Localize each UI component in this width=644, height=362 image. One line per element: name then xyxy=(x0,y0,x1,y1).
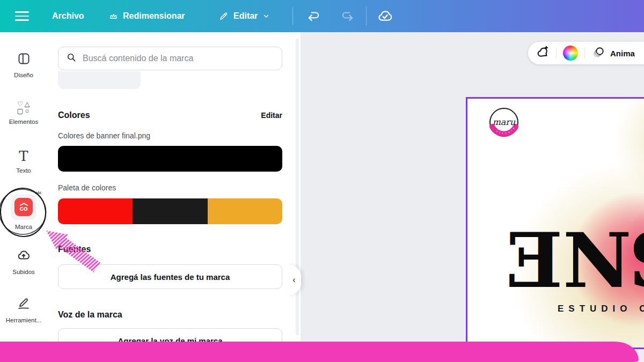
brand-panel: Colores Editar Colores de banner final.p… xyxy=(47,32,301,362)
divider xyxy=(366,7,367,25)
comment-plus-icon xyxy=(535,45,550,62)
menu-item-editar[interactable]: Editar xyxy=(218,0,270,32)
brand-search[interactable] xyxy=(58,47,282,70)
divider xyxy=(292,7,293,25)
palette-swatch-black[interactable] xyxy=(133,198,207,224)
color-swatch-black[interactable] xyxy=(58,146,282,172)
chevron-left-icon: ‹ xyxy=(292,275,295,285)
animate-label: Anima xyxy=(610,49,635,58)
save-status[interactable] xyxy=(377,0,393,32)
crown-icon xyxy=(34,188,43,198)
sidebar-item-label: Subidos xyxy=(12,269,35,275)
design-icon xyxy=(17,51,31,68)
sidebar-item-label: Diseño xyxy=(14,72,33,78)
redimensionar-label: Redimensionar xyxy=(123,11,185,21)
search-icon xyxy=(66,52,77,65)
palette-swatch-orange[interactable] xyxy=(208,198,282,224)
cloud-check-icon xyxy=(377,8,393,24)
brand-kit-tile: co xyxy=(11,194,36,220)
menu-item-redimensionar[interactable]: Redimensionar xyxy=(109,0,185,32)
undo-icon xyxy=(307,9,321,23)
image-colors-label: Colores de banner final.png xyxy=(58,131,150,140)
brand-search-input[interactable] xyxy=(83,54,274,63)
design-headline[interactable]: ENSI xyxy=(508,231,644,291)
logo-tile-partial[interactable] xyxy=(58,71,141,89)
crown-icon xyxy=(109,12,118,21)
elements-icon: ♡△▢○ xyxy=(17,101,31,115)
divider xyxy=(584,48,585,58)
motion-circles-icon xyxy=(591,45,606,62)
sidebar-item-label: Texto xyxy=(16,167,31,174)
pencil-icon xyxy=(218,11,229,21)
brand-co-icon: co xyxy=(14,198,33,216)
archivo-label: Archivo xyxy=(52,11,84,21)
undo-button[interactable] xyxy=(307,0,321,32)
sidebar-item-label: Herramient... xyxy=(6,317,41,323)
bottom-banner xyxy=(0,342,639,362)
voz-heading: Voz de la marca xyxy=(58,310,122,320)
redo-button[interactable] xyxy=(340,0,354,32)
palette-label: Paleta de colores xyxy=(58,183,116,192)
sidebar-item-elementos[interactable]: ♡△▢○ Elementos xyxy=(0,101,47,125)
canva-editor: { "topbar": { "archivo": "Archivo", "red… xyxy=(0,0,644,362)
sidebar-item-label: Marca xyxy=(15,224,32,230)
palette-swatch-red[interactable] xyxy=(58,198,133,224)
sidebar-item-label: Elementos xyxy=(9,119,38,125)
colores-section-header: Colores Editar xyxy=(58,110,282,120)
design-subheadline[interactable]: ESTUDIO C xyxy=(558,304,644,314)
sidebar-item-subidos[interactable]: Subidos xyxy=(0,248,47,275)
design-canvas-page[interactable]: maru v i s u a l d e ENSI ESTUDIO C xyxy=(466,97,644,349)
sidebar: Diseño ♡△▢○ Elementos T Texto co Marca S… xyxy=(0,32,47,362)
colores-heading: Colores xyxy=(58,110,90,120)
sidebar-item-diseno[interactable]: Diseño xyxy=(0,51,47,78)
upload-cloud-icon xyxy=(16,248,31,265)
context-toolbar: Anima xyxy=(528,42,644,64)
chevron-down-icon xyxy=(262,12,270,20)
add-fonts-button[interactable]: Agregá las fuentes de tu marca xyxy=(58,264,282,289)
maru-logo[interactable]: maru v i s u a l d e xyxy=(487,107,521,142)
hamburger-menu-button[interactable] xyxy=(15,0,29,32)
tools-pencil-icon xyxy=(16,296,31,313)
text-icon: T xyxy=(19,149,28,164)
sidebar-item-herramientas[interactable]: Herramient... xyxy=(0,296,47,323)
sidebar-item-marca[interactable]: co Marca xyxy=(0,194,47,230)
topbar: Archivo Redimensionar Editar xyxy=(0,0,644,32)
sidebar-item-texto[interactable]: T Texto xyxy=(0,149,47,174)
palette-bar xyxy=(58,198,282,224)
redo-icon xyxy=(340,9,354,23)
editar-colores-link[interactable]: Editar xyxy=(261,111,282,120)
animate-button[interactable]: Anima xyxy=(591,45,635,62)
logo-text: maru xyxy=(493,117,516,127)
color-wheel-button[interactable] xyxy=(563,46,578,61)
menu-item-archivo[interactable]: Archivo xyxy=(52,0,84,32)
editar-label: Editar xyxy=(233,11,258,21)
divider xyxy=(556,48,557,58)
comment-button[interactable] xyxy=(535,45,550,62)
fuentes-heading: Fuentes xyxy=(58,245,91,254)
